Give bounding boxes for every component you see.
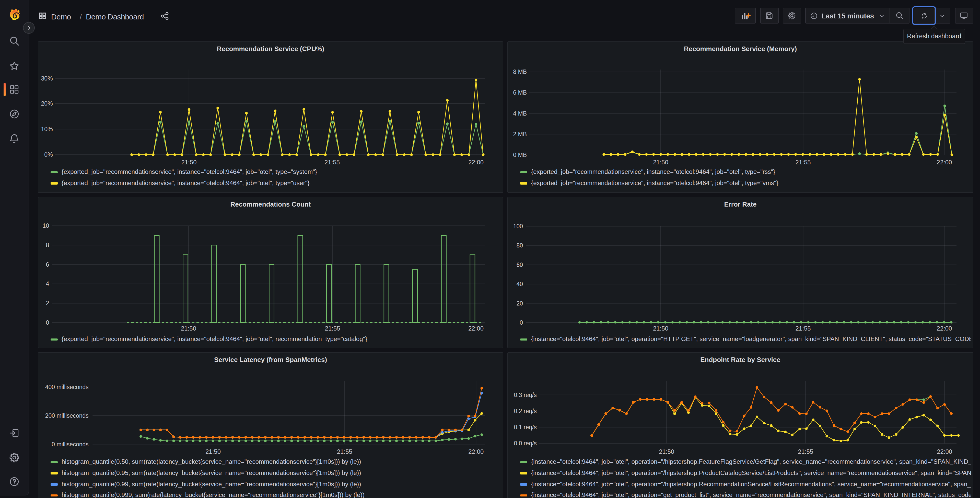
svg-text:6 MB: 6 MB (513, 89, 527, 96)
svg-text:21:55: 21:55 (798, 448, 813, 455)
svg-text:8 MB: 8 MB (513, 69, 527, 75)
svg-text:80: 80 (516, 242, 523, 249)
svg-text:200 milliseconds: 200 milliseconds (45, 412, 89, 419)
svg-text:22:00: 22:00 (937, 159, 952, 166)
svg-text:0 milliseconds: 0 milliseconds (52, 441, 88, 448)
svg-text:21:50: 21:50 (181, 325, 196, 332)
svg-text:2 MB: 2 MB (513, 131, 527, 137)
svg-text:0.3 req/s: 0.3 req/s (514, 392, 537, 398)
svg-text:0.2 req/s: 0.2 req/s (514, 408, 537, 414)
svg-text:21:55: 21:55 (337, 448, 352, 455)
svg-text:21:55: 21:55 (325, 159, 340, 166)
svg-text:100: 100 (513, 223, 523, 230)
svg-text:4: 4 (46, 281, 49, 287)
svg-text:30%: 30% (41, 75, 53, 82)
svg-text:60: 60 (516, 262, 523, 268)
svg-text:10: 10 (43, 222, 49, 229)
svg-text:400 milliseconds: 400 milliseconds (45, 384, 89, 390)
svg-text:0 MB: 0 MB (513, 152, 527, 158)
svg-text:21:55: 21:55 (795, 159, 811, 166)
svg-text:40: 40 (516, 281, 523, 287)
svg-text:8: 8 (46, 242, 49, 249)
svg-text:22:00: 22:00 (468, 159, 484, 166)
svg-text:0.0 req/s: 0.0 req/s (514, 440, 537, 447)
svg-text:21:50: 21:50 (205, 448, 221, 455)
svg-text:21:55: 21:55 (795, 325, 811, 332)
svg-text:22:00: 22:00 (468, 448, 484, 455)
svg-text:22:00: 22:00 (937, 325, 952, 332)
svg-text:21:55: 21:55 (325, 325, 340, 332)
svg-text:0%: 0% (44, 152, 52, 158)
svg-text:21:50: 21:50 (653, 325, 668, 332)
svg-text:10%: 10% (41, 126, 53, 132)
svg-text:21:50: 21:50 (181, 159, 197, 166)
svg-text:21:50: 21:50 (653, 159, 668, 166)
svg-text:4 MB: 4 MB (513, 110, 527, 117)
svg-text:0: 0 (520, 319, 523, 326)
svg-text:0: 0 (46, 319, 49, 326)
svg-text:2: 2 (46, 300, 49, 306)
svg-text:21:50: 21:50 (659, 448, 674, 455)
svg-text:20%: 20% (41, 100, 53, 107)
svg-text:22:00: 22:00 (937, 448, 952, 455)
svg-text:0.1 req/s: 0.1 req/s (514, 424, 537, 431)
svg-text:22:00: 22:00 (468, 325, 484, 332)
svg-text:20: 20 (516, 300, 523, 307)
svg-text:6: 6 (46, 261, 49, 268)
